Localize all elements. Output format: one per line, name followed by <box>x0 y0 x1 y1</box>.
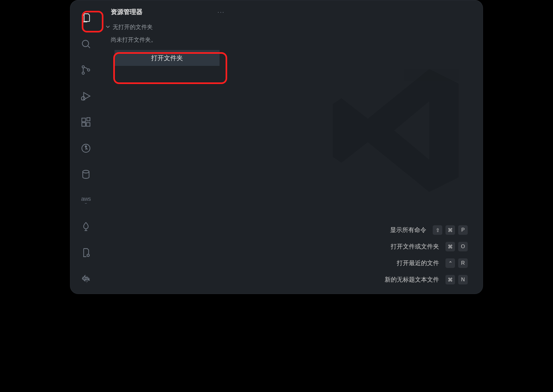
source-control-icon <box>80 65 91 75</box>
activity-search[interactable] <box>76 36 95 52</box>
tree-icon <box>80 221 91 232</box>
key-cmd: ⌘ <box>445 225 455 235</box>
activity-aws[interactable]: aws ⌣ <box>76 193 95 208</box>
activity-source-control[interactable] <box>76 62 95 78</box>
svg-rect-8 <box>87 118 90 121</box>
files-icon <box>80 12 91 23</box>
activity-extensions[interactable] <box>76 115 95 130</box>
debug-icon <box>80 91 91 102</box>
chevron-down-icon <box>106 24 111 31</box>
activity-run-debug[interactable] <box>76 88 95 104</box>
svg-rect-6 <box>82 122 85 126</box>
svg-point-11 <box>83 170 89 173</box>
svg-rect-7 <box>86 122 90 126</box>
svg-point-0 <box>82 40 89 47</box>
vscode-watermark-logo <box>324 57 470 204</box>
shortcut-new-untitled: 新的无标题文本文件 ⌘ N <box>385 275 468 284</box>
extensions-icon <box>80 117 91 128</box>
app-window: aws ⌣ 资源管理器 ·· <box>70 0 483 294</box>
activity-bar: aws ⌣ <box>70 0 102 294</box>
git-graph-icon <box>80 143 91 154</box>
activity-explorer[interactable] <box>76 10 95 25</box>
activity-database[interactable] <box>76 167 95 182</box>
key-n: N <box>458 275 468 284</box>
sync-icon <box>80 273 91 284</box>
key-p: P <box>458 225 468 235</box>
activity-tree[interactable] <box>76 219 95 234</box>
no-folder-section-header[interactable]: 无打开的文件夹 <box>102 22 232 34</box>
welcome-shortcuts: 显示所有命令 ⇧ ⌘ P 打开文件或文件夹 ⌘ O 打开最近的文件 ⌃ R <box>385 225 468 284</box>
search-icon <box>80 38 91 49</box>
key-ctrl: ⌃ <box>445 258 455 268</box>
svg-point-12 <box>87 254 89 256</box>
database-icon <box>80 169 91 180</box>
shortcut-open-file: 打开文件或文件夹 ⌘ O <box>391 242 468 251</box>
key-shift: ⇧ <box>433 225 442 235</box>
no-folder-message: 尚未打开文件夹。 <box>102 34 232 48</box>
activity-sync[interactable] <box>76 271 95 286</box>
explorer-sidebar: 资源管理器 ··· 无打开的文件夹 尚未打开文件夹。 打开文件夹 <box>102 0 232 294</box>
svg-rect-5 <box>82 118 85 122</box>
key-cmd: ⌘ <box>445 242 455 251</box>
key-r: R <box>458 258 468 268</box>
activity-git-graph[interactable] <box>76 141 95 156</box>
key-cmd: ⌘ <box>445 275 455 284</box>
file-gear-icon <box>80 247 91 258</box>
activity-file-settings[interactable] <box>76 245 95 260</box>
explorer-title: 资源管理器 <box>111 8 143 16</box>
shortcut-show-all-commands: 显示所有命令 ⇧ ⌘ P <box>390 225 468 235</box>
section-label: 无打开的文件夹 <box>113 23 153 31</box>
svg-point-2 <box>82 72 84 74</box>
svg-point-10 <box>85 146 87 147</box>
open-folder-button[interactable]: 打开文件夹 <box>115 50 220 66</box>
shortcut-open-recent: 打开最近的文件 ⌃ R <box>397 258 468 268</box>
explorer-more-actions[interactable]: ··· <box>217 8 225 16</box>
svg-point-4 <box>81 96 85 100</box>
key-o: O <box>458 242 468 251</box>
editor-area: 显示所有命令 ⇧ ⌘ P 打开文件或文件夹 ⌘ O 打开最近的文件 ⌃ R <box>232 0 483 294</box>
svg-point-1 <box>82 66 84 68</box>
aws-icon: aws ⌣ <box>81 196 91 205</box>
